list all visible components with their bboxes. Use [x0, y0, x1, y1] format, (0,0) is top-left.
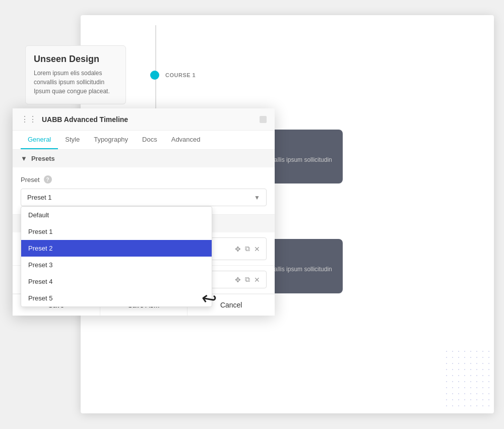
item2-actions: ✥ ⧉ ✕ [235, 275, 260, 284]
tab-advanced[interactable]: Advanced [164, 131, 208, 149]
panel: ⋮⋮ UABB Advanced Timeline General Style … [13, 108, 275, 316]
tab-docs[interactable]: Docs [135, 131, 164, 149]
preset-field-row: Preset ? [21, 175, 267, 183]
tab-typography[interactable]: Typography [87, 131, 135, 149]
dropdown-option-preset5[interactable]: Preset 5 [21, 290, 212, 307]
copy-icon[interactable]: ⧉ [245, 244, 250, 253]
tabs-container: General Style Typography Docs Advanced [13, 131, 275, 150]
tab-general[interactable]: General [21, 131, 58, 149]
label1: COURSE 1 [165, 72, 196, 78]
preset-help-icon[interactable]: ? [44, 175, 52, 183]
delete-icon[interactable]: ✕ [254, 245, 260, 253]
tab-style[interactable]: Style [58, 131, 87, 149]
panel-header-left: ⋮⋮ UABB Advanced Timeline [21, 114, 128, 124]
panel-title: UABB Advanced Timeline [42, 115, 128, 124]
minimize-button[interactable] [260, 116, 267, 123]
item2-delete-icon[interactable]: ✕ [254, 276, 260, 284]
item1-actions: ✥ ⧉ ✕ [235, 244, 260, 253]
preset-dropdown: Default Preset 1 Preset 2 Preset 3 Prese… [21, 206, 212, 307]
preset-select-wrapper: Preset 1 ▼ Default Preset 1 Preset 2 Pre… [21, 189, 267, 206]
dot-grid-decoration-br [444, 348, 494, 409]
presets-content: Preset ? Preset 1 ▼ Default Preset 1 Pre… [13, 167, 275, 214]
move-icon[interactable]: ✥ [235, 245, 241, 253]
dropdown-option-preset3[interactable]: Preset 3 [21, 257, 212, 273]
dropdown-option-preset2[interactable]: Preset 2 [21, 240, 212, 257]
presets-section-header[interactable]: ▼ Presets [13, 150, 275, 167]
card1-title: Unseen Design [34, 54, 117, 65]
card1-body: Lorem ipsum elis sodales convallis ipsum… [34, 69, 117, 96]
dropdown-option-preset1[interactable]: Preset 1 [21, 223, 212, 240]
presets-chevron: ▼ [21, 155, 27, 162]
presets-label: Presets [31, 155, 55, 162]
preset-selected-value: Preset 1 [27, 194, 51, 201]
panel-body: ▼ Presets Preset ? Preset 1 ▼ Default Pr… [13, 150, 275, 294]
panel-header: ⋮⋮ UABB Advanced Timeline [13, 108, 275, 131]
preset-select[interactable]: Preset 1 ▼ [21, 189, 267, 206]
drag-icon: ⋮⋮ [21, 114, 37, 124]
preset-field-label: Preset [21, 176, 40, 183]
preset-chevron-down-icon: ▼ [254, 194, 260, 201]
dropdown-option-preset4[interactable]: Preset 4 [21, 273, 212, 290]
item2-copy-icon[interactable]: ⧉ [245, 275, 250, 284]
dropdown-option-default[interactable]: Default [21, 207, 212, 223]
item2-move-icon[interactable]: ✥ [235, 276, 241, 284]
